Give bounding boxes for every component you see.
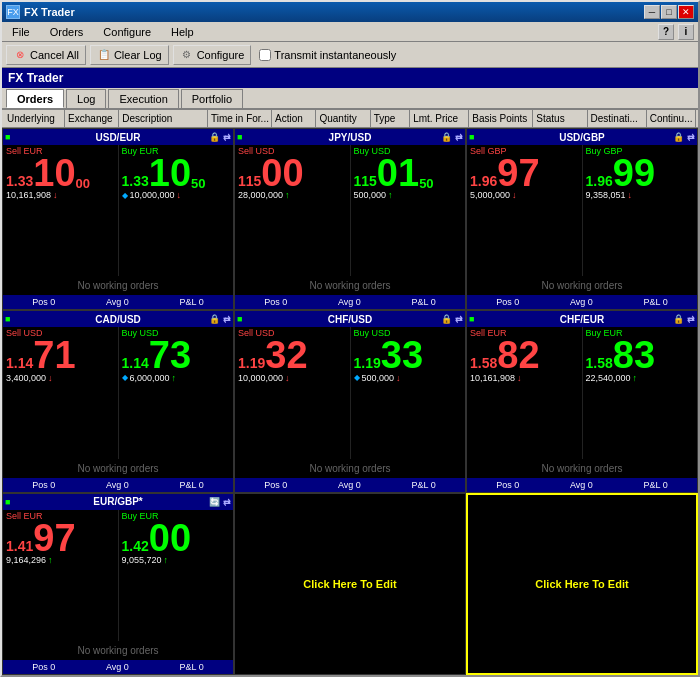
- menu-configure[interactable]: Configure: [97, 24, 157, 40]
- menu-orders[interactable]: Orders: [44, 24, 90, 40]
- panel-header-eur-gbp: ■ EUR/GBP* 🔄 ⇄: [3, 494, 233, 510]
- arrow-up-icon5: ↑: [48, 555, 53, 565]
- cancel-all-button[interactable]: ⊗ Cancel All: [6, 45, 86, 65]
- buy-section-usd-eur[interactable]: Buy EUR 1.33 10 50 ◆ 10,000,000 ↓: [119, 145, 234, 276]
- sell-section-chf-usd[interactable]: Sell USD 1.19 32 10,000,000 ↓: [235, 327, 351, 458]
- panel-footer-jpy-usd: Pos 0 Avg 0 P&L 0: [235, 295, 465, 309]
- title-bar-title: FX Trader: [24, 6, 75, 18]
- close-button[interactable]: ✕: [678, 5, 694, 19]
- col-quantity: Quantity: [316, 110, 370, 127]
- panel-icon-lock6: 🔒: [673, 314, 684, 324]
- panel-click-edit-2[interactable]: Click Here To Edit: [466, 493, 698, 675]
- tab-bar: Orders Log Execution Portfolio: [2, 88, 698, 110]
- sell-section-eur-gbp[interactable]: Sell EUR 1.41 97 9,164,296 ↑: [3, 510, 119, 641]
- panel-header-usd-eur: ■ USD/EUR 🔒 ⇄: [3, 129, 233, 145]
- panel-icon-lock7: 🔄: [209, 497, 220, 507]
- buy-section-usd-gbp[interactable]: Buy GBP 1.96 99 9,358,051 ↓: [583, 145, 698, 276]
- sell-section-jpy-usd[interactable]: Sell USD 115 00 28,000,000 ↑: [235, 145, 351, 276]
- arrow-down-icon8: ↓: [517, 373, 522, 383]
- panel-click-edit-1[interactable]: Click Here To Edit: [234, 493, 466, 675]
- panel-jpy-usd[interactable]: ■ JPY/USD 🔒 ⇄ Sell USD 115 00 28,000,000: [234, 128, 466, 310]
- col-type: Type: [371, 110, 410, 127]
- panel-icon-arrows2: ⇄: [455, 132, 463, 142]
- prices-row-chf-usd: Sell USD 1.19 32 10,000,000 ↓ Buy USD 1.…: [235, 327, 465, 458]
- transmit-checkbox-label[interactable]: Transmit instantaneously: [259, 49, 396, 61]
- panel-icon-arrows: ⇄: [223, 132, 231, 142]
- panel-usd-gbp[interactable]: ■ USD/GBP 🔒 ⇄ Sell GBP 1.96 97 5,000,000: [466, 128, 698, 310]
- col-basispoints: Basis Points: [469, 110, 533, 127]
- tab-log[interactable]: Log: [66, 89, 106, 108]
- panel-footer-chf-usd: Pos 0 Avg 0 P&L 0: [235, 478, 465, 492]
- menu-help[interactable]: Help: [165, 24, 200, 40]
- prices-row-chf-eur: Sell EUR 1.58 82 10,161,908 ↓ Buy EUR 1.…: [467, 327, 697, 458]
- no-orders-usd-eur: No working orders: [3, 276, 233, 295]
- no-orders-eur-gbp: No working orders: [3, 641, 233, 660]
- col-exchange: Exchange: [65, 110, 119, 127]
- buy-section-cad-usd[interactable]: Buy USD 1.14 73 ◆ 6,000,000 ↑: [119, 327, 234, 458]
- sell-section-usd-eur[interactable]: Sell EUR 1.33 10 00 10,161,908 ↓: [3, 145, 119, 276]
- clear-icon: 📋: [97, 48, 111, 62]
- click-edit-label-2[interactable]: Click Here To Edit: [525, 568, 638, 600]
- panel-icon-arrows7: ⇄: [223, 497, 231, 507]
- no-orders-chf-eur: No working orders: [467, 459, 697, 478]
- panel-footer-usd-eur: Pos 0 Avg 0 P&L 0: [3, 295, 233, 309]
- col-underlying: Underlying: [4, 110, 65, 127]
- panel-icon-arrows6: ⇄: [687, 314, 695, 324]
- panel-eur-gbp[interactable]: ■ EUR/GBP* 🔄 ⇄ Sell EUR 1.41 97 9,164,29…: [2, 493, 234, 675]
- sell-section-usd-gbp[interactable]: Sell GBP 1.96 97 5,000,000 ↓: [467, 145, 583, 276]
- panel-footer-chf-eur: Pos 0 Avg 0 P&L 0: [467, 478, 697, 492]
- panel-icon-lock2: 🔒: [441, 132, 452, 142]
- panel-chf-eur[interactable]: ■ CHF/EUR 🔒 ⇄ Sell EUR 1.58 82 10,161,90…: [466, 310, 698, 492]
- click-edit-label-1[interactable]: Click Here To Edit: [293, 568, 406, 600]
- buy-section-eur-gbp[interactable]: Buy EUR 1.42 00 9,055,720 ↑: [119, 510, 234, 641]
- panel-icon-lock3: 🔒: [673, 132, 684, 142]
- col-lmtprice: Lmt. Price: [410, 110, 469, 127]
- tab-execution[interactable]: Execution: [108, 89, 178, 108]
- configure-button[interactable]: ⚙ Configure: [173, 45, 252, 65]
- title-bar-buttons: ─ □ ✕: [644, 5, 694, 19]
- col-description: Description: [119, 110, 208, 127]
- panel-header-cad-usd: ■ CAD/USD 🔒 ⇄: [3, 311, 233, 327]
- col-status: Status: [533, 110, 587, 127]
- no-orders-jpy-usd: No working orders: [235, 276, 465, 295]
- panel-icon-arrows3: ⇄: [687, 132, 695, 142]
- menu-file[interactable]: File: [6, 24, 36, 40]
- maximize-button[interactable]: □: [661, 5, 677, 19]
- arrow-down-icon: ↓: [53, 190, 58, 200]
- transmit-checkbox[interactable]: [259, 49, 271, 61]
- panel-usd-eur[interactable]: ■ USD/EUR 🔒 ⇄ Sell EUR 1.33 10 00 10,16: [2, 128, 234, 310]
- buy-section-jpy-usd[interactable]: Buy USD 115 01 50 500,000 ↑: [351, 145, 466, 276]
- col-destination: Destinati...: [588, 110, 647, 127]
- help-question-button[interactable]: ?: [658, 24, 674, 40]
- menu-bar: File Orders Configure Help ? i: [2, 22, 698, 42]
- col-action: Action: [272, 110, 316, 127]
- arrow-up-icon3: ↑: [172, 373, 177, 383]
- minimize-button[interactable]: ─: [644, 5, 660, 19]
- sell-section-chf-eur[interactable]: Sell EUR 1.58 82 10,161,908 ↓: [467, 327, 583, 458]
- help-info-button[interactable]: i: [678, 24, 694, 40]
- prices-row-usd-eur: Sell EUR 1.33 10 00 10,161,908 ↓ Buy EUR…: [3, 145, 233, 276]
- arrow-up-icon2: ↑: [388, 190, 393, 200]
- arrow-down-icon5: ↓: [48, 373, 53, 383]
- column-headers: Underlying Exchange Description Time in …: [2, 110, 698, 128]
- prices-row-cad-usd: Sell USD 1.14 71 3,400,000 ↓ Buy USD 1.1…: [3, 327, 233, 458]
- arrow-up-icon6: ↑: [164, 555, 169, 565]
- panel-chf-usd[interactable]: ■ CHF/USD 🔒 ⇄ Sell USD 1.19 32 10,000,00…: [234, 310, 466, 492]
- sell-section-cad-usd[interactable]: Sell USD 1.14 71 3,400,000 ↓: [3, 327, 119, 458]
- diamond-icon: ◆: [122, 191, 128, 200]
- panel-icon-lock: 🔒: [209, 132, 220, 142]
- panel-footer-eur-gbp: Pos 0 Avg 0 P&L 0: [3, 660, 233, 674]
- panel-header-chf-eur: ■ CHF/EUR 🔒 ⇄: [467, 311, 697, 327]
- cancel-icon: ⊗: [13, 48, 27, 62]
- buy-section-chf-eur[interactable]: Buy EUR 1.58 83 22,540,000 ↑: [583, 327, 698, 458]
- clear-log-button[interactable]: 📋 Clear Log: [90, 45, 169, 65]
- arrow-down-icon: ↓: [177, 190, 182, 200]
- panel-cad-usd[interactable]: ■ CAD/USD 🔒 ⇄ Sell USD 1.14 71 3,400,000: [2, 310, 234, 492]
- buy-section-chf-usd[interactable]: Buy USD 1.19 33 ◆ 500,000 ↓: [351, 327, 466, 458]
- tab-portfolio[interactable]: Portfolio: [181, 89, 243, 108]
- tab-orders[interactable]: Orders: [6, 89, 64, 108]
- app-title: FX Trader: [2, 68, 698, 88]
- app-icon: FX: [6, 5, 20, 19]
- panel-icon-arrows4: ⇄: [223, 314, 231, 324]
- prices-row-usd-gbp: Sell GBP 1.96 97 5,000,000 ↓ Buy GBP 1.9…: [467, 145, 697, 276]
